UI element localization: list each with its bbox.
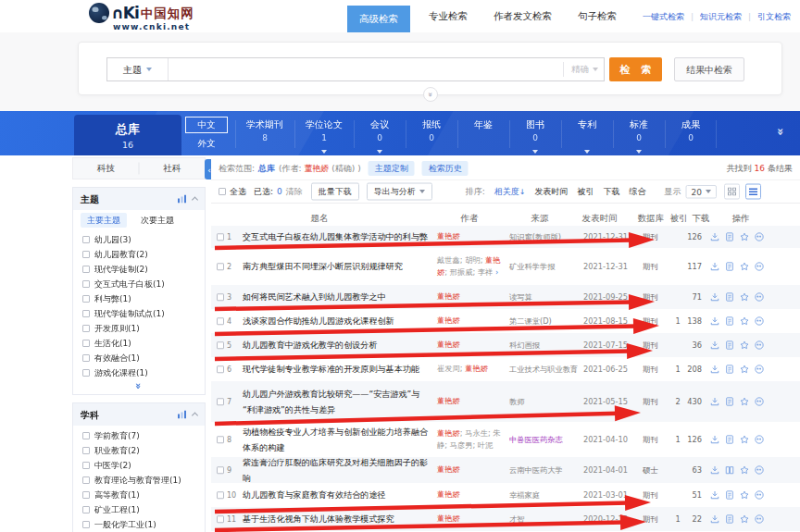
db-category[interactable]: 会议0 [354,111,406,155]
result-title[interactable]: 基于生活化视角下幼儿体验教学模式探究 [243,512,430,527]
sidebar-tab[interactable]: 社科 [139,163,206,175]
result-title[interactable]: 动植物检疫专业人才培养与创新创业能力培养融合体系的构建 [243,424,430,455]
favorite-icon[interactable] [740,435,749,444]
export-analyze-button[interactable]: 导出与分析 [367,183,432,201]
result-authors[interactable]: 董艳娇 [437,513,510,525]
filter-item[interactable]: 学前教育(7) [73,428,205,443]
expand-authors-icon[interactable]: › [495,268,498,278]
result-authors[interactable]: 董艳娇 [437,395,510,407]
show-more-button[interactable]: » [73,380,205,394]
filter-item[interactable]: 利与弊(1) [73,291,205,306]
citation-icon[interactable] [755,465,764,475]
result-source[interactable]: 中兽医医药杂志 [509,434,591,445]
result-title[interactable]: 如何将民间艺术融入到幼儿园教学之中 [243,290,430,305]
book-icon[interactable] [725,465,734,475]
checkbox[interactable] [82,295,90,303]
checkbox[interactable] [82,354,90,362]
filter-item[interactable]: 幼儿园教育(2) [73,247,205,262]
search-input[interactable] [169,58,604,80]
download-icon[interactable] [710,365,719,374]
column-header[interactable]: 作者 [451,212,488,224]
favorite-icon[interactable] [740,490,749,500]
lang-zh-tab[interactable]: 中文 [185,117,228,133]
table-row[interactable]: 5幼儿园教育中游戏化教学的创设分析董艳娇科幻画报2021-07-15期刊36 [211,333,800,357]
result-authors[interactable]: 董艳娇 [437,489,510,501]
sort-option[interactable]: 发表时间 [535,186,569,197]
favorite-icon[interactable] [740,232,749,241]
download-icon[interactable] [710,340,719,350]
read-online-icon[interactable] [725,232,734,241]
filter-item[interactable]: 职业教育(2) [73,443,205,458]
result-authors[interactable]: 董艳娇 [437,291,510,303]
scope-value[interactable]: 总库 [258,163,275,174]
citation-icon[interactable] [755,292,764,302]
filter-item[interactable]: 游戏化课程(1) [73,365,205,380]
checkbox[interactable] [82,476,90,484]
table-row[interactable]: 7幼儿园户外游戏教育比较研究——“安吉游戏”与“利津游戏”的共性与差异董艳娇教师… [211,381,800,422]
filter-item[interactable]: 交互式电子白板(1) [73,277,205,291]
filter-item[interactable]: 有效融合(1) [73,351,205,365]
scope-chip[interactable]: 检索历史 [422,161,469,176]
checkbox[interactable] [82,236,90,243]
result-source[interactable]: 幸福家庭 [509,489,591,501]
checkbox[interactable] [82,266,90,273]
db-total-tab[interactable]: 总库 16 [74,115,181,155]
sort-option[interactable]: 综合 [630,186,646,197]
row-checkbox[interactable] [217,398,224,405]
column-header[interactable]: 题名 [301,212,338,224]
nav-tab[interactable]: 句子检索 [578,10,617,23]
citation-icon[interactable] [755,397,764,406]
db-category[interactable]: 年鉴 [457,111,509,155]
lang-en-tab[interactable]: 外文 [185,137,228,149]
clear-selection[interactable]: 清除 [286,186,303,197]
row-checkbox[interactable] [217,293,224,301]
db-category[interactable]: 学术期刊8 [235,111,294,155]
sidebar-tab[interactable]: 科技 [73,163,139,175]
filter-subtab[interactable]: 次要主题 [134,213,181,228]
download-icon[interactable] [710,490,719,500]
favorite-icon[interactable] [740,365,749,374]
filter-subtab[interactable]: 主要主题 [81,213,127,228]
result-source[interactable]: 知识窗(教师版) [509,231,591,242]
citation-icon[interactable] [755,316,764,326]
result-source[interactable]: 教师 [509,396,591,407]
top-link[interactable]: 知识元检索 [700,11,742,22]
band-expand-button[interactable]: » [778,125,785,139]
search-button[interactable]: 检 索 [609,57,662,81]
table-row[interactable]: 3如何将民间艺术融入到幼儿园教学之中董艳娇读写算2021-09-25期刊71 [211,285,800,309]
checkbox[interactable] [82,521,90,528]
table-row[interactable]: 11基于生活化视角下幼儿体验教学模式探究董艳娇才智2020-12-15期刊122 [211,507,800,531]
collapse-icon[interactable] [192,412,198,418]
checkbox[interactable] [82,506,90,513]
filter-item[interactable]: 开发原则(1) [73,321,205,336]
download-icon[interactable] [710,232,719,241]
download-icon[interactable] [710,292,719,302]
column-header[interactable]: 来源 [521,212,558,224]
top-link[interactable]: 一键式检索 [643,11,684,22]
table-row[interactable]: 8动植物检疫专业人才培养与创新创业能力培养融合体系的构建董艳娇; 马永生; 朱静… [211,422,800,457]
db-category[interactable]: 报纸0 [406,111,457,155]
download-icon[interactable] [710,397,719,406]
citation-icon[interactable] [755,365,764,374]
list-view-button[interactable] [745,184,761,200]
filter-item[interactable]: 中医学(2) [73,458,205,473]
table-row[interactable]: 6现代学徒制专业教学标准的开发原则与基本功能崔发周; 董艳娇工业技术与职业教育2… [211,357,800,381]
collapse-search-button[interactable]: » [423,87,438,102]
citation-icon[interactable] [755,232,764,241]
result-source[interactable]: 矿业科学学报 [509,261,591,272]
table-row[interactable]: 9紫连膏治疗肛裂的临床研究及对相关细胞因子的影响董艳娇云南中医药大学2021-0… [211,457,800,483]
sort-option[interactable]: 相关度↓ [494,186,526,197]
table-row[interactable]: 2南方典型煤田不同埋深小断层识别规律研究戴世鑫; 胡明; 董艳娇; 邢振威; 李… [211,248,800,285]
row-checkbox[interactable] [217,365,224,373]
db-category[interactable]: 专利 [561,111,613,155]
download-icon[interactable] [710,435,719,444]
result-title[interactable]: 现代学徒制专业教学标准的开发原则与基本功能 [243,362,430,377]
result-title[interactable]: 幼儿园教育中游戏化教学的创设分析 [243,338,430,353]
table-row[interactable]: 1交互式电子白板在幼儿园集体教学活动中的利与弊董艳娇知识窗(教师版)2021-1… [211,226,800,248]
filter-item[interactable]: 现代学徒制(2) [73,262,205,277]
checkbox[interactable] [82,369,90,377]
result-source[interactable]: 云南中医药大学 [509,464,591,476]
citation-icon[interactable] [755,435,764,444]
checkbox[interactable] [82,491,90,499]
filter-item[interactable]: 生活化(1) [73,336,205,351]
